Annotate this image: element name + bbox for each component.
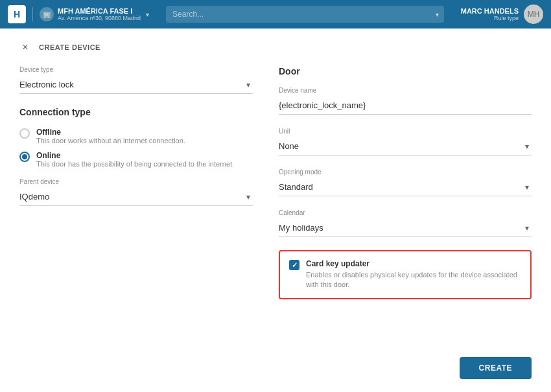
create-button[interactable]: CreatE [460, 357, 532, 379]
device-type-field: Device type Electronic lock [19, 66, 253, 94]
form-layout: Device type Electronic lock Connection t… [0, 60, 551, 351]
parent-device-label: Parent device [19, 178, 253, 185]
connection-type-radio-group: Offline This door works without an inter… [19, 128, 253, 168]
opening-mode-select-wrapper[interactable]: Standard [279, 178, 532, 196]
avatar: MH [524, 5, 543, 24]
project-selector[interactable]: 🏢 MFH AMÉRICA FASE I Av. América nº30, 9… [32, 7, 149, 21]
device-name-input[interactable] [279, 97, 532, 115]
door-section-title: Door [279, 66, 532, 76]
project-info: MFH AMÉRICA FASE I Av. América nº30, 908… [58, 7, 141, 21]
page-header: × CREATE DEVICE [0, 29, 551, 60]
project-name: MFH AMÉRICA FASE I [58, 7, 141, 15]
connection-type-title: Connection type [19, 107, 253, 117]
form-right-column: Door Device name Unit None Opening mode [279, 66, 532, 299]
unit-select-wrapper[interactable]: None [279, 137, 532, 156]
unit-field: Unit None [279, 128, 532, 156]
app-logo: H [8, 5, 26, 23]
search-chevron-icon: ▾ [436, 11, 439, 18]
device-name-label: Device name [279, 87, 532, 94]
user-name: MARC HANDELS [461, 7, 519, 15]
opening-mode-label: Opening mode [279, 168, 532, 176]
search-bar[interactable]: ▾ [166, 6, 444, 23]
offline-label: Offline [36, 128, 185, 137]
card-key-updater-text: Card key updater Enables or disables phy… [306, 259, 521, 290]
user-info: MARC HANDELS Rule type [461, 7, 519, 21]
online-radio-button[interactable] [19, 152, 30, 162]
offline-description: This door works without an internet conn… [36, 137, 185, 144]
search-input[interactable] [166, 6, 444, 23]
user-role: Rule type [461, 15, 519, 21]
project-icon: 🏢 [40, 7, 54, 21]
parent-device-select-wrapper[interactable]: IQdemo [19, 188, 253, 206]
online-label: Online [36, 151, 234, 160]
calendar-select[interactable]: My holidays [279, 219, 532, 237]
offline-text-group: Offline This door works without an inter… [36, 128, 185, 144]
device-type-label: Device type [19, 66, 253, 73]
unit-select[interactable]: None [279, 137, 532, 156]
device-type-select[interactable]: Electronic lock [19, 76, 253, 94]
opening-mode-select[interactable]: Standard [279, 178, 532, 196]
calendar-field: Calendar My holidays [279, 209, 532, 237]
card-key-updater-label: Card key updater [306, 259, 521, 268]
device-type-select-wrapper[interactable]: Electronic lock [19, 76, 253, 94]
online-radio-option[interactable]: Online This door has the possibility of … [19, 151, 253, 168]
close-button[interactable]: × [19, 41, 31, 53]
online-description: This door has the possibility of being c… [36, 160, 234, 168]
top-navigation: H 🏢 MFH AMÉRICA FASE I Av. América nº30,… [0, 0, 551, 29]
page-title: CREATE DEVICE [39, 43, 100, 51]
project-address: Av. América nº30, 90880 Madrid [58, 15, 141, 21]
create-device-page: × CREATE DEVICE Device type Electronic l… [0, 29, 551, 392]
opening-mode-field: Opening mode Standard [279, 168, 532, 196]
card-key-updater-description: Enables or disables physical key updates… [306, 270, 521, 290]
device-name-field: Device name [279, 87, 532, 115]
unit-label: Unit [279, 128, 532, 135]
card-key-updater-checkbox[interactable] [289, 260, 299, 270]
parent-device-select[interactable]: IQdemo [19, 188, 253, 206]
user-menu: MARC HANDELS Rule type MH [461, 5, 543, 24]
offline-radio-button[interactable] [19, 128, 30, 139]
parent-device-field: Parent device IQdemo [19, 178, 253, 206]
online-text-group: Online This door has the possibility of … [36, 151, 234, 168]
calendar-label: Calendar [279, 209, 532, 216]
calendar-select-wrapper[interactable]: My holidays [279, 219, 532, 237]
card-key-updater-card: Card key updater Enables or disables phy… [279, 250, 532, 299]
project-chevron-icon: ▾ [146, 11, 149, 18]
offline-radio-option[interactable]: Offline This door works without an inter… [19, 128, 253, 144]
form-left-column: Device type Electronic lock Connection t… [19, 66, 253, 299]
